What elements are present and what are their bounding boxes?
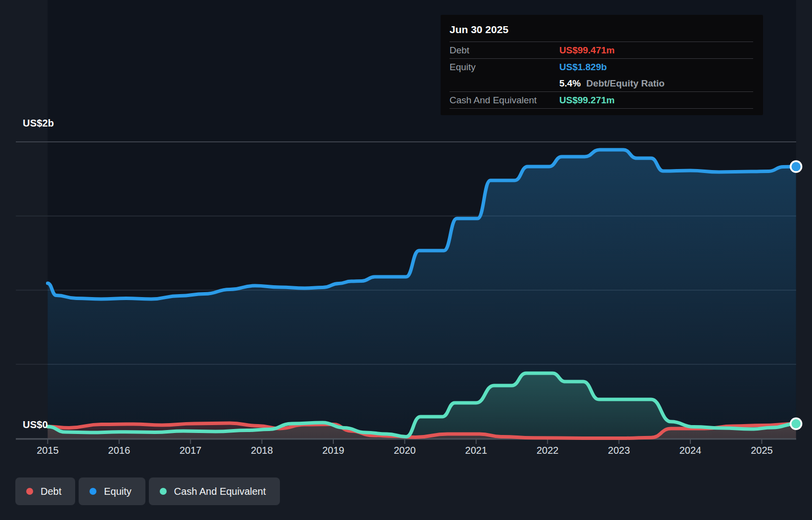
legend-item-cash[interactable]: Cash And Equivalent (149, 477, 280, 505)
y-axis-label-top: US$2b (23, 118, 54, 129)
x-axis-year-label: 2018 (251, 445, 273, 456)
x-axis-year-label: 2022 (537, 445, 559, 456)
x-axis-year-label: 2017 (180, 445, 202, 456)
tooltip-equity-row: Equity US$1.829b (450, 59, 753, 75)
chart-legend: Debt Equity Cash And Equivalent (15, 477, 280, 505)
tooltip-ratio-row: 5.4% Debt/Equity Ratio (450, 75, 753, 91)
x-axis-year-label: 2023 (608, 445, 630, 456)
tooltip-cash-value: US$99.271m (559, 95, 615, 105)
tooltip-cash-label: Cash And Equivalent (450, 95, 559, 105)
x-axis-year-label: 2015 (37, 445, 59, 456)
equity-end-marker[interactable] (791, 161, 802, 172)
x-axis-year-label: 2020 (394, 445, 416, 456)
legend-label-cash: Cash And Equivalent (174, 486, 266, 497)
debt-color-dot (26, 488, 33, 495)
x-axis-year-label: 2019 (322, 445, 345, 456)
legend-label-equity: Equity (104, 486, 132, 497)
x-axis-year-label: 2016 (108, 445, 131, 456)
y-axis-label-bottom: US$0 (23, 419, 48, 431)
tooltip-date: Jun 30 2025 (450, 21, 753, 42)
page: { "colors": { "background": "#161b24", "… (0, 0, 812, 520)
tooltip-debt-row: Debt US$99.471m (450, 42, 753, 59)
tooltip-debt-value: US$99.471m (559, 45, 615, 55)
cash-color-dot (160, 488, 167, 495)
legend-label-debt: Debt (41, 486, 61, 497)
tooltip-ratio-value: 5.4% (559, 78, 581, 88)
tooltip-equity-label: Equity (450, 62, 559, 72)
tooltip-equity-group: Equity US$1.829b 5.4% Debt/Equity Ratio (450, 59, 753, 92)
x-axis-year-label: 2025 (751, 445, 773, 456)
chart-tooltip: Jun 30 2025 Debt US$99.471m Equity US$1.… (441, 15, 763, 115)
cash-end-marker[interactable] (791, 418, 802, 429)
tooltip-equity-value: US$1.829b (559, 62, 607, 72)
x-axis-year-label: 2024 (679, 445, 702, 456)
tooltip-debt-label: Debt (450, 45, 559, 55)
tooltip-cash-row: Cash And Equivalent US$99.271m (450, 92, 753, 109)
legend-item-equity[interactable]: Equity (79, 477, 145, 505)
equity-color-dot (90, 488, 96, 495)
tooltip-ratio-label: Debt/Equity Ratio (586, 78, 665, 88)
legend-item-debt[interactable]: Debt (15, 477, 75, 505)
x-axis-year-label: 2021 (465, 445, 488, 456)
